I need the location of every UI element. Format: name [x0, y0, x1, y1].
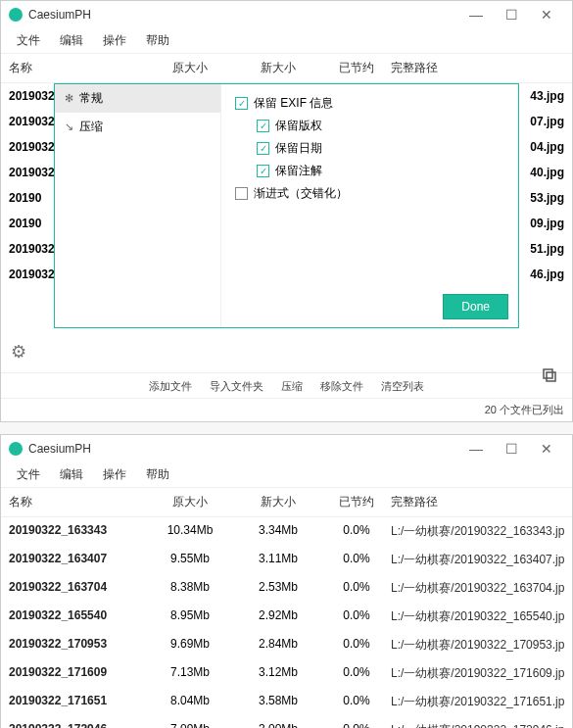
gear-icon: ✻	[65, 92, 73, 105]
menu-action[interactable]: 操作	[93, 462, 136, 487]
app-title: CaesiumPH	[28, 8, 458, 22]
checkbox-icon	[235, 187, 248, 200]
checkbox-icon: ✓	[257, 120, 269, 132]
close-button[interactable]: ✕	[529, 7, 564, 23]
menu-edit[interactable]: 编辑	[50, 462, 93, 487]
compress-button[interactable]: 压缩	[281, 379, 303, 394]
menu-edit[interactable]: 编辑	[50, 28, 93, 53]
option-keep-exif[interactable]: ✓ 保留 EXIF 信息	[235, 92, 504, 115]
app-logo-icon	[9, 8, 23, 22]
add-file-button[interactable]: 添加文件	[149, 379, 192, 394]
table-row[interactable]: 20190322_1655408.95Mb2.92Mb0.0%L:/一幼棋赛/2…	[1, 603, 572, 631]
table-row[interactable]: 20190322_1709539.69Mb2.84Mb0.0%L:/一幼棋赛/2…	[1, 631, 572, 659]
table-row[interactable]: 20190322_16334310.34Mb3.34Mb0.0%L:/一幼棋赛/…	[1, 517, 572, 546]
header-name[interactable]: 名称	[9, 494, 146, 510]
window-settings: CaesiumPH — ☐ ✕ 文件 编辑 操作 帮助 名称 原大小 新大小 已…	[0, 0, 573, 422]
option-keep-date[interactable]: ✓ 保留日期	[235, 137, 504, 160]
table-row[interactable]: 20190322_1634079.55Mb3.11Mb0.0%L:/一幼棋赛/2…	[1, 546, 572, 574]
header-name[interactable]: 名称	[9, 60, 146, 76]
header-orig[interactable]: 原大小	[146, 60, 234, 76]
menu-file[interactable]: 文件	[7, 28, 50, 53]
header-orig[interactable]: 原大小	[146, 494, 234, 510]
option-keep-copyright[interactable]: ✓ 保留版权	[235, 115, 504, 137]
window-results: CaesiumPH — ☐ ✕ 文件 编辑 操作 帮助 名称 原大小 新大小 已…	[0, 434, 573, 728]
maximize-button[interactable]: ☐	[494, 441, 529, 457]
status-file-count: 20 个文件已列出	[485, 403, 564, 417]
menu-action[interactable]: 操作	[93, 28, 136, 53]
header-path[interactable]: 完整路径	[391, 494, 564, 510]
file-list: 20190322_16334310.34Mb3.34Mb0.0%L:/一幼棋赛/…	[1, 517, 572, 728]
import-folder-button[interactable]: 导入文件夹	[210, 379, 263, 394]
sidebar-label-compress: 压缩	[79, 119, 103, 135]
settings-sidebar: ✻ 常规 ↘ 压缩	[55, 84, 221, 327]
svg-rect-0	[547, 372, 555, 381]
header-new[interactable]: 新大小	[234, 60, 322, 76]
sidebar-item-compress[interactable]: ↘ 压缩	[55, 113, 220, 141]
table-row[interactable]: 20190322_1716518.04Mb3.58Mb0.0%L:/一幼棋赛/2…	[1, 688, 572, 716]
checkbox-icon: ✓	[257, 165, 269, 177]
minimize-button[interactable]: —	[458, 7, 494, 23]
menu-help[interactable]: 帮助	[136, 462, 179, 487]
app-title: CaesiumPH	[28, 442, 458, 456]
column-headers: 名称 原大小 新大小 已节约 完整路径	[1, 488, 572, 517]
table-row[interactable]: 20190322_1637048.38Mb2.53Mb0.0%L:/一幼棋赛/2…	[1, 574, 572, 603]
checkbox-icon: ✓	[257, 142, 269, 155]
settings-panel: ✓ 保留 EXIF 信息 ✓ 保留版权 ✓ 保留日期 ✓ 保留注解 渐进式	[221, 84, 518, 327]
header-saved[interactable]: 已节约	[322, 60, 391, 76]
header-saved[interactable]: 已节约	[322, 494, 391, 510]
toolbar: 添加文件 导入文件夹 压缩 移除文件 清空列表	[1, 372, 572, 398]
table-row[interactable]: 20190322_1729467.09Mb3.00Mb0.0%L:/一幼棋赛/2…	[1, 716, 572, 728]
settings-dialog: ✻ 常规 ↘ 压缩 ✓ 保留 EXIF 信息 ✓ 保留版权 ✓	[54, 83, 519, 328]
menubar: 文件 编辑 操作 帮助	[1, 28, 572, 54]
minimize-button[interactable]: —	[458, 441, 494, 457]
column-headers: 名称 原大小 新大小 已节约 完整路径	[1, 54, 572, 83]
done-button[interactable]: Done	[443, 294, 508, 319]
titlebar: CaesiumPH — ☐ ✕	[1, 435, 572, 462]
statusbar: 20 个文件已列出	[1, 398, 572, 421]
titlebar: CaesiumPH — ☐ ✕	[1, 1, 572, 28]
menu-file[interactable]: 文件	[7, 462, 50, 487]
clear-list-button[interactable]: 清空列表	[381, 379, 424, 394]
checkbox-icon: ✓	[235, 97, 248, 110]
menu-help[interactable]: 帮助	[136, 28, 179, 53]
sidebar-item-general[interactable]: ✻ 常规	[55, 84, 220, 113]
header-path[interactable]: 完整路径	[391, 60, 564, 76]
maximize-button[interactable]: ☐	[494, 7, 529, 23]
app-logo-icon	[9, 442, 23, 456]
option-keep-comment[interactable]: ✓ 保留注解	[235, 160, 504, 182]
remove-file-button[interactable]: 移除文件	[320, 379, 363, 394]
option-progressive[interactable]: 渐进式（交错化）	[235, 182, 504, 205]
copy-icon[interactable]	[541, 366, 558, 388]
svg-rect-1	[544, 369, 552, 378]
compress-icon: ↘	[65, 121, 73, 133]
close-button[interactable]: ✕	[529, 441, 564, 457]
sidebar-label-general: 常规	[79, 90, 103, 107]
menubar: 文件 编辑 操作 帮助	[1, 462, 572, 488]
header-new[interactable]: 新大小	[234, 494, 322, 510]
table-row[interactable]: 20190322_1716097.13Mb3.12Mb0.0%L:/一幼棋赛/2…	[1, 659, 572, 688]
settings-gear-button[interactable]: ⚙	[11, 341, 26, 363]
